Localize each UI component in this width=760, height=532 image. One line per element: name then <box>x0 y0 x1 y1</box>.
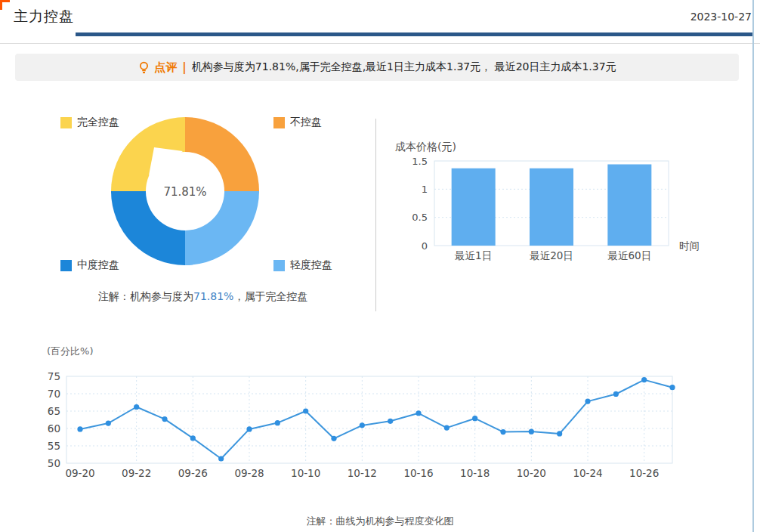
comment-label: 点评 <box>154 60 177 75</box>
line-chart-y-title: (百分比%) <box>47 345 94 358</box>
data-point-09-28[interactable] <box>246 426 252 431</box>
page-title: 主力控盘 <box>14 7 74 26</box>
data-point-10-16[interactable] <box>416 410 421 416</box>
corner-mark <box>0 0 10 10</box>
data-point-09-21[interactable] <box>106 421 111 426</box>
main-force-control-page: 主力控盘 2023-10-27 点评 | 机构参与度为71.81%,属于完全控盘… <box>0 0 760 532</box>
data-point-10-13[interactable] <box>388 419 393 424</box>
cost-bar-最近60日[interactable] <box>607 164 651 246</box>
legend-label: 不控盘 <box>290 116 322 129</box>
data-point-09-25[interactable] <box>162 416 167 422</box>
comment-separator: | <box>182 60 186 74</box>
donut-note: 注解：机构参与度为71.81%，属于完全控盘 <box>98 290 307 304</box>
comment-text: 机构参与度为71.81%,属于完全控盘,最近1日主力成本1.37元， 最近20日… <box>192 60 616 74</box>
donut-note-prefix: 注解：机构参与度为 <box>98 290 193 302</box>
data-point-09-20[interactable] <box>77 426 82 431</box>
cost-bar-最近20日[interactable] <box>530 169 573 246</box>
bar-y-tick: 0 <box>422 240 428 252</box>
line-x-tick: 09-26 <box>178 467 208 479</box>
data-point-10-09[interactable] <box>275 420 280 425</box>
participation-donut-chart[interactable]: 71.81% <box>111 117 259 265</box>
line-x-tick: 10-24 <box>573 467 602 479</box>
data-point-10-19[interactable] <box>500 429 505 435</box>
data-point-10-27[interactable] <box>669 385 675 390</box>
legend-swatch <box>273 117 285 128</box>
bar-x-axis-title: 时间 <box>679 240 700 252</box>
donut-note-suffix: ，属于完全控盘 <box>233 290 307 302</box>
legend-swatch <box>60 260 72 271</box>
participation-line-series <box>80 380 672 459</box>
line-plot-frame <box>66 376 672 463</box>
bar-y-tick: 1.5 <box>412 156 428 167</box>
data-point-10-10[interactable] <box>303 408 308 413</box>
line-y-tick: 55 <box>48 440 60 452</box>
line-chart-note: 注解：曲线为机构参与程度变化图 <box>0 515 760 528</box>
participation-line-chart[interactable]: 50556065707509-2009-2209-2609-2810-1010-… <box>42 367 755 491</box>
data-point-10-11[interactable] <box>331 436 336 441</box>
data-point-09-27[interactable] <box>218 456 224 461</box>
line-x-tick: 10-12 <box>348 467 377 479</box>
data-point-10-12[interactable] <box>360 422 365 428</box>
title-underline <box>76 32 754 36</box>
legend-swatch <box>273 260 285 271</box>
line-x-tick: 09-20 <box>65 467 94 479</box>
legend-item-no-control[interactable]: 不控盘 <box>273 116 322 129</box>
data-point-09-22[interactable] <box>134 404 139 410</box>
data-point-10-18[interactable] <box>472 416 477 421</box>
section-divider <box>375 119 376 311</box>
report-date: 2023-10-27 <box>690 11 752 23</box>
data-point-09-26[interactable] <box>190 435 196 441</box>
data-point-10-26[interactable] <box>641 377 647 382</box>
legend-label: 轻度控盘 <box>290 258 332 272</box>
legend-item-light-control[interactable]: 轻度控盘 <box>273 258 332 272</box>
bar-x-label: 最近20日 <box>529 249 573 261</box>
data-point-10-17[interactable] <box>444 425 450 430</box>
line-y-tick: 75 <box>48 370 60 382</box>
donut-center-value: 71.81% <box>163 185 206 199</box>
bulb-icon <box>137 61 150 74</box>
data-point-10-24[interactable] <box>585 399 590 404</box>
bar-x-label: 最近1日 <box>454 249 492 261</box>
comment-bar: 点评 | 机构参与度为71.81%,属于完全控盘,最近1日主力成本1.37元， … <box>15 54 739 81</box>
line-x-tick: 10-18 <box>460 467 490 479</box>
line-y-tick: 65 <box>48 405 60 417</box>
line-x-tick: 10-26 <box>629 467 659 479</box>
header-rule <box>0 43 760 44</box>
data-point-10-20[interactable] <box>529 429 534 435</box>
cost-bar-chart[interactable]: 00.511.5最近1日最近20日最近60日时间 <box>385 151 752 272</box>
line-x-tick: 09-22 <box>122 467 151 479</box>
line-y-tick: 50 <box>48 457 60 469</box>
line-x-tick: 10-16 <box>403 467 433 479</box>
data-point-10-25[interactable] <box>613 391 619 397</box>
line-x-tick: 09-28 <box>234 467 264 479</box>
data-point-10-23[interactable] <box>557 431 562 436</box>
bar-x-label: 最近60日 <box>607 249 651 261</box>
line-y-tick: 70 <box>48 388 60 400</box>
line-x-tick: 10-20 <box>517 467 546 479</box>
line-y-tick: 60 <box>48 422 60 435</box>
legend-swatch <box>60 117 72 128</box>
donut-note-value: 71.81% <box>193 290 233 302</box>
bar-y-tick: 1 <box>422 184 428 195</box>
bar-y-tick: 0.5 <box>412 212 428 223</box>
cost-bar-最近1日[interactable] <box>452 169 496 246</box>
line-x-tick: 10-10 <box>291 467 320 479</box>
right-edge-line <box>752 0 754 532</box>
